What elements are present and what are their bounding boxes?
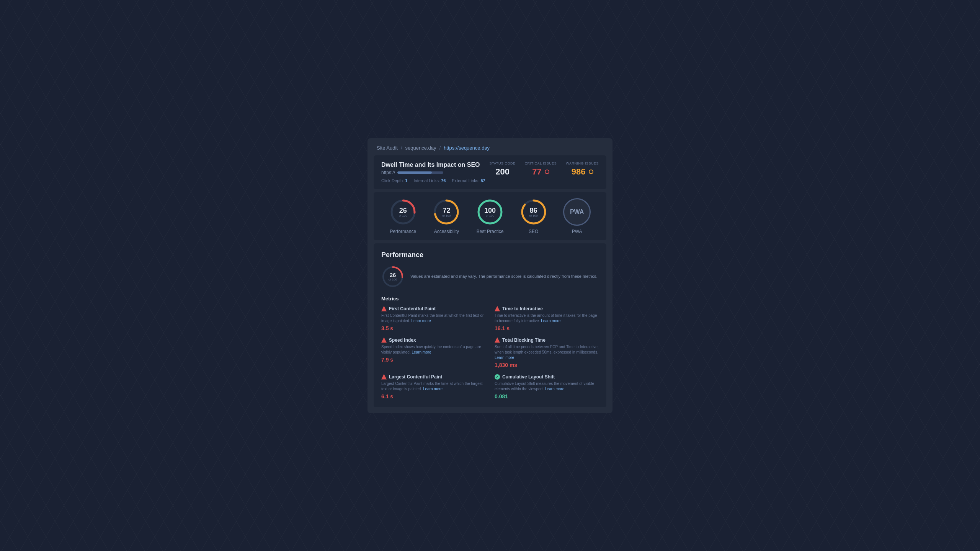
critical-issues-block: CRITICAL ISSUES 77	[525, 161, 557, 177]
metric-header-cls: Cumulative Layout Shift	[495, 374, 599, 380]
metric-desc-tbt: Sum of all time periods between FCP and …	[495, 344, 599, 360]
status-code-value: 200	[489, 167, 515, 177]
metric-header-lcp: Largest Contentful Paint	[381, 374, 485, 380]
metric-name-lcp: Largest Contentful Paint	[389, 374, 442, 380]
pwa-label: PWA	[572, 229, 582, 234]
accessibility-circle: 72 of 100	[433, 198, 460, 226]
metric-header-tbt: Total Blocking Time	[495, 337, 599, 343]
metric-value-lcp: 6.1 s	[381, 393, 485, 399]
header-right: STATUS CODE 200 CRITICAL ISSUES 77 WARNI…	[489, 161, 599, 177]
metrics-title: Metrics	[381, 296, 599, 302]
metric-desc-lcp: Largest Contentful Paint marks the time …	[381, 381, 485, 392]
metric-link-tti[interactable]: Learn more	[541, 319, 560, 323]
metric-fcp: First Contentful Paint First Contentful …	[381, 306, 485, 331]
header-card: Dwell Time and Its Impact on SEO https:/…	[374, 155, 606, 189]
score-performance[interactable]: 26 of 100 Performance	[389, 198, 417, 234]
score-accessibility[interactable]: 72 of 100 Accessibility	[433, 198, 460, 234]
status-code-label: STATUS CODE	[489, 161, 515, 165]
metric-name-tti: Time to Interactive	[502, 306, 543, 311]
metric-value-tbt: 1,830 ms	[495, 362, 599, 368]
scores-section: 26 of 100 Performance 72 of 100 Accessib…	[374, 192, 606, 240]
accessibility-of: of 100	[442, 214, 451, 217]
pwa-circle: PWA	[563, 198, 591, 226]
performance-circle: 26 of 100	[389, 198, 417, 226]
warning-issues-icon	[589, 170, 593, 174]
breadcrumb-sep1: /	[401, 145, 402, 151]
seo-label: SEO	[529, 229, 538, 234]
metric-status-icon-tti	[495, 306, 500, 311]
metric-link-cls[interactable]: Learn more	[545, 387, 564, 391]
metric-desc-tti: Time to interactive is the amount of tim…	[495, 313, 599, 324]
metric-status-icon-fcp	[381, 306, 387, 311]
performance-value: 26	[399, 207, 407, 214]
metric-tbt: Total Blocking Time Sum of all time peri…	[495, 337, 599, 368]
url-prefix: https://	[381, 170, 395, 175]
perf-circle-small: 26 of 100	[381, 265, 404, 288]
metric-status-icon-cls	[495, 374, 500, 380]
click-depth: Click Depth: 1	[381, 178, 407, 183]
metric-value-cls: 0.081	[495, 393, 599, 399]
critical-issues-label: CRITICAL ISSUES	[525, 161, 557, 165]
perf-score-row: 26 of 100 Values are estimated and may v…	[381, 265, 599, 288]
metric-header-fcp: First Contentful Paint	[381, 306, 485, 311]
best-practice-label: Best Practice	[477, 229, 504, 234]
site-title: Dwell Time and Its Impact on SEO	[381, 161, 485, 168]
seo-circle: 86 of 100	[520, 198, 547, 226]
pwa-text: PWA	[570, 209, 584, 215]
metric-name-tbt: Total Blocking Time	[502, 337, 546, 343]
performance-of: of 100	[399, 214, 407, 217]
metric-status-icon-si	[381, 337, 387, 343]
metric-link-tbt[interactable]: Learn more	[495, 355, 514, 360]
site-meta: Click Depth: 1 Internal Links: 76 Extern…	[381, 178, 485, 183]
seo-of: of 100	[529, 214, 537, 217]
seo-value: 86	[529, 207, 537, 214]
metric-lcp: Largest Contentful Paint Largest Content…	[381, 374, 485, 399]
metric-tti: Time to Interactive Time to interactive …	[495, 306, 599, 331]
external-links: External Links: 57	[452, 178, 485, 183]
metric-link-lcp[interactable]: Learn more	[423, 387, 443, 391]
breadcrumb-sep2: /	[439, 145, 441, 151]
metric-header-tti: Time to Interactive	[495, 306, 599, 311]
breadcrumb-site-audit[interactable]: Site Audit	[377, 145, 398, 151]
metric-cls: Cumulative Layout Shift Cumulative Layou…	[495, 374, 599, 399]
metric-link-fcp[interactable]: Learn more	[411, 319, 431, 323]
performance-title: Performance	[381, 251, 599, 259]
metric-desc-cls: Cumulative Layout Shift measures the mov…	[495, 381, 599, 392]
perf-score-desc: Values are estimated and may vary. The p…	[410, 273, 597, 280]
metric-name-fcp: First Contentful Paint	[389, 306, 436, 311]
performance-section: Performance 26 of 100 Values are estimat…	[374, 243, 606, 407]
best-practice-of: of 100	[484, 214, 496, 217]
url-bar	[397, 171, 443, 174]
warning-issues-value: 986	[566, 167, 599, 177]
score-pwa[interactable]: PWA PWA	[563, 198, 591, 234]
header-left: Dwell Time and Its Impact on SEO https:/…	[381, 161, 485, 183]
accessibility-value: 72	[442, 207, 451, 214]
metric-name-cls: Cumulative Layout Shift	[502, 374, 555, 380]
score-best-practice[interactable]: 100 of 100 Best Practice	[476, 198, 504, 234]
critical-issues-value: 77	[525, 167, 557, 177]
url-bar-fill	[397, 171, 432, 174]
metrics-grid: First Contentful Paint First Contentful …	[381, 306, 599, 399]
best-practice-circle: 100 of 100	[476, 198, 504, 226]
accessibility-label: Accessibility	[434, 229, 459, 234]
status-code-block: STATUS CODE 200	[489, 161, 515, 177]
metric-value-fcp: 3.5 s	[381, 325, 485, 331]
metric-status-icon-tbt	[495, 337, 500, 343]
metric-value-tti: 16.1 s	[495, 325, 599, 331]
performance-label: Performance	[390, 229, 416, 234]
metric-status-icon-lcp	[381, 374, 387, 380]
perf-score-value: 26	[389, 272, 397, 278]
metric-value-si: 7.9 s	[381, 357, 485, 363]
site-url: https://	[381, 170, 485, 175]
breadcrumb-url[interactable]: https://sequence.day	[444, 145, 490, 151]
metric-name-si: Speed Index	[389, 337, 416, 343]
metric-header-si: Speed Index	[381, 337, 485, 343]
metric-link-si[interactable]: Learn more	[412, 350, 431, 354]
critical-issues-icon	[545, 170, 549, 174]
metric-si: Speed Index Speed Index shows how quickl…	[381, 337, 485, 368]
internal-links: Internal Links: 76	[413, 178, 446, 183]
breadcrumb-sequence[interactable]: sequence.day	[405, 145, 436, 151]
breadcrumb: Site Audit / sequence.day / https://sequ…	[368, 138, 612, 155]
metric-desc-fcp: First Contentful Paint marks the time at…	[381, 313, 485, 324]
score-seo[interactable]: 86 of 100 SEO	[520, 198, 547, 234]
